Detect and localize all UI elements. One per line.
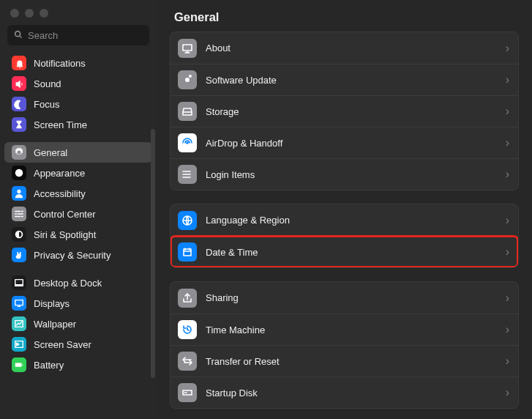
share-icon <box>178 289 197 308</box>
sidebar-item-focus[interactable]: Focus <box>4 94 152 114</box>
display-icon <box>12 296 26 311</box>
page-title: General <box>174 10 517 24</box>
settings-row-label: Storage <box>206 106 497 117</box>
sidebar-list: NotificationsSoundFocusScreen TimeGenera… <box>0 53 157 419</box>
sidebar-item-desktop-dock[interactable]: Desktop & Dock <box>4 272 152 293</box>
settings-row-label: Startup Disk <box>206 388 497 398</box>
chevron-right-icon: › <box>506 215 509 226</box>
chevron-right-icon: › <box>506 168 509 180</box>
settings-list: About›Software Update›Storage›AirDrop & … <box>157 31 532 419</box>
scrollbar-thumb[interactable] <box>151 129 155 378</box>
sidebar-item-displays[interactable]: Displays <box>4 293 152 314</box>
settings-row-software-update[interactable]: Software Update› <box>171 64 518 95</box>
sidebar-item-sound[interactable]: Sound <box>4 73 152 94</box>
chevron-right-icon: › <box>506 105 509 117</box>
minimize-window-button[interactable] <box>25 9 34 18</box>
chevron-right-icon: › <box>506 355 509 367</box>
sidebar-item-appearance[interactable]: Appearance <box>4 163 152 183</box>
settings-row-label: Language & Region <box>206 215 497 226</box>
sidebar-item-label: Siri & Spotlight <box>34 229 96 240</box>
settings-row-label: Date & Time <box>206 247 497 258</box>
sidebar-item-battery[interactable]: Battery <box>4 355 152 375</box>
settings-row-language-region[interactable]: Language & Region› <box>171 204 518 236</box>
window-controls <box>0 0 157 25</box>
sidebar-item-label: General <box>34 147 67 158</box>
chevron-right-icon: › <box>506 292 509 304</box>
settings-group: Sharing›Time Machine›Transfer or Reset›S… <box>170 281 519 409</box>
clock-arrow-icon <box>178 320 197 339</box>
sidebar-item-label: Sound <box>34 78 61 89</box>
search-field[interactable] <box>7 25 149 45</box>
search-icon <box>13 29 23 42</box>
sidebar-item-label: Displays <box>34 298 70 309</box>
settings-row-label: Time Machine <box>206 325 497 335</box>
sidebar-item-label: Focus <box>34 99 59 110</box>
battery-icon <box>12 357 26 372</box>
person-icon <box>12 186 26 201</box>
hand-icon <box>12 248 26 262</box>
bell-icon <box>12 56 26 70</box>
arrows-icon <box>178 352 197 371</box>
list-icon <box>178 165 197 184</box>
screensaver-icon <box>12 337 26 352</box>
sidebar-item-label: Privacy & Security <box>34 250 110 261</box>
sidebar-item-label: Notifications <box>34 58 86 69</box>
contrast-icon <box>12 166 26 180</box>
sidebar-item-siri-spotlight[interactable]: Siri & Spotlight <box>4 224 152 245</box>
settings-row-about[interactable]: About› <box>171 32 518 64</box>
switches-icon <box>12 207 26 221</box>
settings-row-startup-disk[interactable]: Startup Disk› <box>171 377 518 408</box>
settings-row-date-time[interactable]: Date & Time› <box>171 236 518 267</box>
siri-icon <box>12 227 26 242</box>
settings-row-label: Transfer or Reset <box>206 356 497 367</box>
sidebar-item-privacy-security[interactable]: Privacy & Security <box>4 245 152 265</box>
fullscreen-window-button[interactable] <box>40 9 48 18</box>
imac-icon <box>178 39 197 58</box>
hourglass-icon <box>12 117 26 132</box>
settings-row-label: Sharing <box>206 292 497 303</box>
sidebar-item-label: Wallpaper <box>34 319 76 330</box>
settings-group: About›Software Update›Storage›AirDrop & … <box>170 31 519 190</box>
calendar-icon <box>178 242 197 262</box>
photo-icon <box>12 316 26 331</box>
sidebar: NotificationsSoundFocusScreen TimeGenera… <box>0 0 157 419</box>
search-input[interactable] <box>28 30 151 41</box>
airdrop-icon <box>178 133 197 152</box>
chevron-right-icon: › <box>506 74 509 86</box>
settings-row-transfer-or-reset[interactable]: Transfer or Reset› <box>171 345 518 377</box>
close-window-button[interactable] <box>10 9 19 18</box>
sidebar-item-screen-saver[interactable]: Screen Saver <box>4 334 152 355</box>
main-panel: General About›Software Update›Storage›Ai… <box>157 0 532 419</box>
sidebar-item-wallpaper[interactable]: Wallpaper <box>4 314 152 334</box>
sidebar-item-general[interactable]: General <box>4 142 152 163</box>
settings-row-airdrop-handoff[interactable]: AirDrop & Handoff› <box>171 127 518 158</box>
sidebar-item-label: Screen Time <box>34 119 87 130</box>
drive-icon <box>178 102 197 121</box>
sidebar-item-control-center[interactable]: Control Center <box>4 204 152 224</box>
sidebar-item-label: Appearance <box>34 168 85 179</box>
settings-row-login-items[interactable]: Login Items› <box>171 158 518 190</box>
globe-icon <box>178 211 197 230</box>
ssd-icon <box>178 383 197 402</box>
sidebar-item-accessibility[interactable]: Accessibility <box>4 183 152 204</box>
sidebar-item-label: Control Center <box>34 209 96 220</box>
sidebar-item-label: Accessibility <box>34 188 86 199</box>
settings-row-label: Login Items <box>206 169 497 180</box>
sidebar-item-label: Desktop & Dock <box>34 278 102 289</box>
settings-group: Language & Region›Date & Time› <box>170 204 519 268</box>
settings-row-time-machine[interactable]: Time Machine› <box>171 314 518 345</box>
sidebar-item-notifications[interactable]: Notifications <box>4 53 152 73</box>
chevron-right-icon: › <box>506 42 509 54</box>
dock-icon <box>12 275 26 290</box>
chevron-right-icon: › <box>506 137 509 149</box>
settings-row-label: Software Update <box>206 75 497 86</box>
sidebar-item-screen-time[interactable]: Screen Time <box>4 114 152 135</box>
chevron-right-icon: › <box>506 324 509 335</box>
gear-icon <box>12 145 26 160</box>
gear-badge-icon <box>178 70 197 89</box>
sidebar-item-label: Screen Saver <box>34 339 91 350</box>
settings-row-sharing[interactable]: Sharing› <box>171 282 518 314</box>
chevron-right-icon: › <box>506 387 509 398</box>
moon-icon <box>12 97 26 111</box>
settings-row-storage[interactable]: Storage› <box>171 95 518 127</box>
